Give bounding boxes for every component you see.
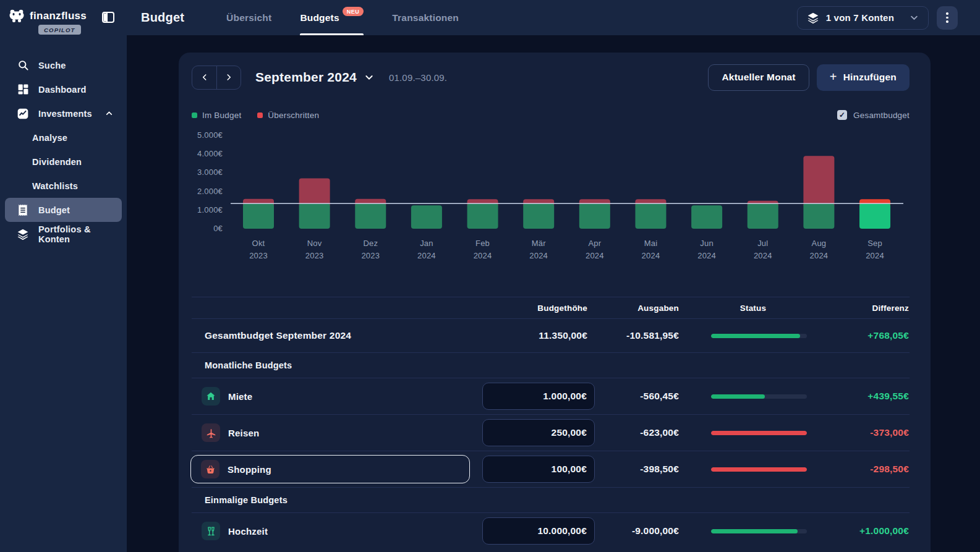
budget-card: September 2024 01.09.–30.09. Aktueller M… [179,53,931,552]
table-row-reisen: Reisen 250,00€ -623,00€ -373,00€ [192,414,910,451]
table-row-total: Gesamtbudget September 2024 11.350,00€ -… [192,318,910,352]
table-section-row: Monatliche Budgets [192,352,910,378]
svg-text:2024: 2024 [586,251,604,260]
tab--bersicht[interactable]: Übersicht [226,0,271,35]
plane-icon [202,423,220,442]
sidebar-item-investments[interactable]: Investments [5,101,122,125]
content-area: September 2024 01.09.–30.09. Aktueller M… [127,35,980,552]
sidebar-item-suche[interactable]: Suche [5,53,122,77]
topbar: Budget Übersicht BudgetsNEU Transaktione… [127,0,980,35]
svg-text:2023: 2023 [249,251,268,260]
svg-text:Jul: Jul [757,239,768,248]
prev-month-button[interactable] [192,66,216,89]
sidebar-collapse-icon[interactable] [101,10,116,25]
main-area: Budget Übersicht BudgetsNEU Transaktione… [127,0,980,552]
difference-value: +439,55€ [820,391,910,402]
difference-value: -298,50€ [820,464,910,475]
svg-text:Mär: Mär [532,239,546,248]
more-options-button[interactable] [937,6,958,30]
svg-text:Sep: Sep [867,239,882,248]
neu-badge: NEU [343,7,364,16]
sidebar-item-label: Watchlists [32,181,78,191]
sidebar-item-label: Suche [38,61,66,70]
sidebar-nav: Suche Dashboard Investments Analyse Divi… [0,53,127,246]
hippo-logo-icon [9,9,25,23]
chevron-down-icon [910,13,919,22]
section-title: Einmalige Budgets [192,495,476,505]
table-header-row: Budgethöhe Ausgaben Status Differenz [192,297,910,318]
budget-icon [17,204,29,216]
svg-text:2024: 2024 [642,251,660,260]
tab-transaktionen[interactable]: Transaktionen [392,0,459,35]
section-title: Monatliche Budgets [192,360,476,370]
spent-value: -9.000,00€ [595,525,686,537]
sidebar-item-budget[interactable]: Budget [5,198,122,222]
svg-text:4.000€: 4.000€ [197,149,223,158]
spent-value: -560,45€ [595,391,686,402]
sidebar-item-analyse[interactable]: Analyse [5,125,122,150]
budget-name-field[interactable]: Hochzeit [192,522,268,540]
sidebar-item-watchlists[interactable]: Watchlists [5,174,122,198]
budget-value: 11.350,00€ [476,330,595,341]
add-budget-button[interactable]: + Hinzufügen [817,64,910,91]
budget-amount-input[interactable]: 100,00€ [482,456,595,483]
svg-text:5.000€: 5.000€ [197,130,223,140]
column-header-diff: Differenz [820,304,910,313]
plus-icon: + [830,70,837,84]
svg-text:2024: 2024 [866,251,884,260]
sidebar-item-dashboard[interactable]: Dashboard [5,77,122,101]
svg-text:2024: 2024 [810,251,829,260]
dashboard-icon [17,83,29,96]
spent-value: -623,00€ [595,427,686,438]
svg-text:2024: 2024 [529,251,548,260]
svg-text:3.000€: 3.000€ [197,168,223,177]
budget-name-label: Miete [228,391,252,402]
sidebar-item-label: Budget [38,205,70,215]
account-selector[interactable]: 1 von 7 Konten [797,6,929,30]
next-month-button[interactable] [216,66,241,89]
active-tab-underline [300,33,364,35]
budget-amount-input[interactable]: 1.000,00€ [482,383,595,410]
svg-text:2024: 2024 [754,251,772,260]
budget-name-label: Hochzeit [228,526,268,537]
status-progress-bar [711,467,807,472]
tab-label: Transaktionen [392,12,459,23]
budget-amount-input[interactable]: 250,00€ [482,419,595,446]
svg-text:2023: 2023 [361,251,380,260]
column-header-spent: Ausgaben [595,304,686,313]
svg-text:2.000€: 2.000€ [197,187,223,196]
tab-budgets[interactable]: BudgetsNEU [300,0,364,35]
svg-text:Apr: Apr [588,239,601,248]
in-budget-legend-label: Im Budget [202,111,241,120]
budget-name-field-selected[interactable]: Shopping [190,455,470,483]
svg-text:1.000€: 1.000€ [197,205,223,214]
budget-name-field[interactable]: Reisen [192,423,259,442]
svg-text:Feb: Feb [475,239,490,248]
house-icon [202,387,220,406]
total-budget-checkbox[interactable]: ✓ [837,110,847,120]
search-icon [17,59,29,72]
difference-value: +768,05€ [820,330,910,341]
month-dropdown[interactable]: September 2024 [255,70,374,85]
table-section-row: Einmalige Budgets [192,487,910,512]
budget-amount-input[interactable]: 10.000,00€ [482,517,595,545]
total-budget-label: Gesamtbudget September 2024 [192,330,476,341]
portfolios-icon [17,228,29,240]
svg-text:0€: 0€ [213,224,223,233]
sidebar-item-dividenden[interactable]: Dividenden [5,150,122,174]
status-progress-bar [711,431,807,435]
current-month-button[interactable]: Aktueller Monat [708,64,809,91]
cheers-icon [202,522,220,540]
basket-icon [201,460,219,478]
spent-value: -10.581,95€ [595,330,686,341]
sidebar-item-portfolios-konten[interactable]: Portfolios & Konten [5,222,122,246]
tab-label: Übersicht [226,12,271,23]
svg-text:2024: 2024 [697,251,716,260]
tab-label: Budgets [300,12,339,23]
layers-icon [807,12,819,24]
svg-text:2024: 2024 [417,251,436,260]
budget-name-label: Reisen [228,428,259,438]
table-row-shopping: Shopping 100,00€ -398,50€ -298,50€ [192,451,910,487]
svg-text:2023: 2023 [305,251,324,260]
budget-name-field[interactable]: Miete [192,387,252,406]
